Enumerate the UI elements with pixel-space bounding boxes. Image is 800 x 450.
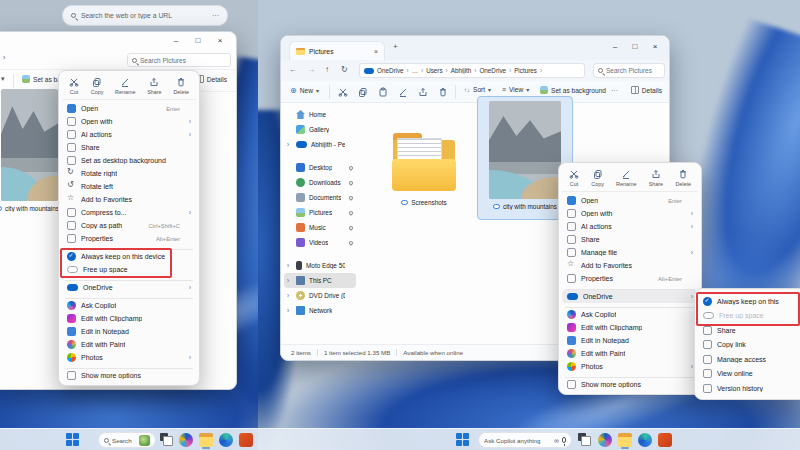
copilot-button[interactable] bbox=[179, 433, 193, 447]
menu-item[interactable]: Open Enter bbox=[562, 194, 698, 207]
sidebar-item[interactable]: › Network bbox=[284, 303, 356, 318]
menu-item[interactable]: Edit in Notepad bbox=[562, 334, 698, 347]
breadcrumb-item[interactable]: … bbox=[412, 67, 426, 74]
sidebar-item[interactable]: › Home bbox=[284, 107, 356, 122]
rename-button[interactable]: Rename bbox=[614, 168, 638, 188]
menu-item[interactable]: Copy as path Ctrl+Shift+C bbox=[62, 219, 196, 232]
sidebar-item[interactable]: › bbox=[284, 250, 356, 258]
submenu-item[interactable]: Free up space bbox=[698, 309, 798, 324]
file-explorer-button[interactable] bbox=[199, 433, 213, 447]
submenu-item[interactable]: Always keep on this device bbox=[698, 294, 798, 309]
back-icon[interactable]: ← bbox=[289, 65, 297, 74]
paste-button[interactable] bbox=[375, 85, 391, 99]
rename-button[interactable]: Rename bbox=[113, 76, 137, 96]
menu-item[interactable]: Free up space bbox=[62, 263, 196, 276]
m365-button[interactable] bbox=[239, 433, 253, 447]
menu-item[interactable]: AI actions bbox=[562, 220, 698, 233]
menu-item[interactable]: OneDrive bbox=[562, 290, 698, 303]
breadcrumb-item[interactable]: OneDrive bbox=[377, 67, 412, 74]
maximize-button[interactable]: □ bbox=[627, 42, 643, 53]
copy-button[interactable]: Copy bbox=[89, 76, 106, 96]
search-pictures-input[interactable]: Search Pictures bbox=[127, 53, 231, 67]
image-thumbnail[interactable] bbox=[1, 89, 58, 201]
sidebar-item[interactable]: › This PC bbox=[284, 273, 356, 288]
delete-button[interactable] bbox=[435, 85, 451, 99]
menu-item[interactable]: Compress to... bbox=[62, 206, 196, 219]
menu-item[interactable]: AI actions bbox=[62, 128, 196, 141]
menu-item[interactable]: OneDrive bbox=[62, 281, 196, 294]
sidebar-item[interactable]: › DVD Drive (D:) CCC bbox=[284, 288, 356, 303]
submenu-item[interactable]: Version history bbox=[698, 381, 798, 396]
menu-item[interactable]: Properties Alt+Enter bbox=[562, 272, 698, 285]
menu-item[interactable]: Show more options bbox=[62, 369, 196, 382]
expand-chevron-icon[interactable]: › bbox=[287, 262, 292, 269]
sidebar-item[interactable]: › Desktop bbox=[284, 160, 356, 175]
delete-button[interactable]: Delete bbox=[171, 76, 191, 96]
cut-button[interactable]: Cut bbox=[67, 76, 81, 96]
menu-item[interactable]: Edit with Clipchamp bbox=[62, 312, 196, 325]
sidebar-item[interactable]: › Moto Edge 50 Neo bbox=[284, 258, 356, 273]
start-button[interactable] bbox=[456, 433, 470, 447]
tab-close-icon[interactable]: × bbox=[374, 48, 378, 55]
menu-item[interactable]: Open with bbox=[562, 207, 698, 220]
rename-button[interactable] bbox=[395, 85, 411, 99]
new-button[interactable]: ⊕ New ▾ bbox=[287, 84, 322, 97]
more-icon[interactable]: ··· bbox=[611, 87, 618, 94]
close-button[interactable]: × bbox=[647, 42, 663, 53]
breadcrumb-item[interactable]: Users bbox=[426, 67, 451, 74]
new-tab-button[interactable]: + bbox=[393, 42, 398, 51]
set-as-background-button[interactable]: Set as background bbox=[537, 84, 609, 96]
search-pictures-input[interactable]: Search Pictures bbox=[593, 63, 665, 78]
expand-chevron-icon[interactable]: › bbox=[287, 141, 292, 148]
up-icon[interactable]: ↑ bbox=[325, 65, 329, 74]
edge-button[interactable] bbox=[219, 433, 233, 447]
sidebar-item[interactable]: › Gallery bbox=[284, 122, 356, 137]
breadcrumb-bar[interactable]: OneDrive…UsersAbhijithOneDrivePictures bbox=[359, 63, 585, 78]
submenu-item[interactable]: Copy link bbox=[698, 338, 798, 353]
microphone-icon[interactable] bbox=[562, 437, 566, 443]
refresh-icon[interactable]: ↻ bbox=[341, 65, 348, 74]
submenu-item[interactable]: Manage access bbox=[698, 352, 798, 367]
start-button[interactable] bbox=[66, 433, 80, 447]
menu-item[interactable]: Always keep on this device bbox=[62, 250, 196, 263]
expand-chevron-icon[interactable]: › bbox=[287, 307, 292, 314]
menu-item[interactable]: Ask Copilot bbox=[62, 299, 196, 312]
menu-item[interactable]: Open Enter bbox=[62, 102, 196, 115]
sidebar-item[interactable]: › Documents bbox=[284, 190, 356, 205]
menu-item[interactable]: Share bbox=[562, 233, 698, 246]
forward-icon[interactable]: → bbox=[307, 65, 315, 74]
copy-button[interactable]: Copy bbox=[589, 168, 606, 188]
menu-item[interactable]: Properties Alt+Enter bbox=[62, 232, 196, 245]
menu-item[interactable]: Edit in Notepad bbox=[62, 325, 196, 338]
menu-item[interactable]: Show more options bbox=[562, 378, 698, 391]
breadcrumb-item[interactable]: Pictures bbox=[514, 67, 545, 74]
menu-item[interactable]: Edit with Clipchamp bbox=[562, 321, 698, 334]
menu-item[interactable]: Manage file bbox=[562, 246, 698, 259]
menu-item[interactable]: Rotate left bbox=[62, 180, 196, 193]
menu-item[interactable]: Share bbox=[62, 141, 196, 154]
folder-tile[interactable]: Screenshots bbox=[381, 133, 467, 253]
sidebar-item[interactable]: › Videos bbox=[284, 235, 356, 250]
menu-item[interactable]: Edit with Paint bbox=[562, 347, 698, 360]
view-button[interactable]: ≡ View ▾ bbox=[499, 84, 532, 95]
share-button[interactable] bbox=[415, 85, 431, 99]
menu-item[interactable]: Ask Copilot bbox=[562, 308, 698, 321]
minimize-button[interactable]: – bbox=[607, 42, 623, 53]
menu-item[interactable]: Rotate right bbox=[62, 167, 196, 180]
taskbar-search[interactable]: Search bbox=[98, 432, 156, 448]
copilot-button[interactable] bbox=[598, 433, 612, 447]
more-icon[interactable]: ··· bbox=[212, 12, 219, 19]
sidebar-item[interactable]: › Abhijith - Personal bbox=[284, 137, 356, 152]
share-button[interactable]: Share bbox=[647, 168, 665, 188]
desktop-search-bar[interactable]: Search the web or type a URL ··· bbox=[62, 5, 228, 26]
expand-chevron-icon[interactable]: › bbox=[287, 277, 292, 284]
minimize-button[interactable]: – bbox=[168, 36, 184, 47]
details-button[interactable]: Details bbox=[628, 84, 665, 96]
copy-button[interactable] bbox=[355, 85, 371, 99]
expand-chevron-icon[interactable]: › bbox=[287, 292, 292, 299]
breadcrumb-item[interactable]: OneDrive bbox=[479, 67, 514, 74]
m365-button[interactable] bbox=[658, 433, 672, 447]
maximize-button[interactable]: □ bbox=[190, 36, 206, 47]
edge-button[interactable] bbox=[638, 433, 652, 447]
menu-item[interactable]: Set as desktop background bbox=[62, 154, 196, 167]
